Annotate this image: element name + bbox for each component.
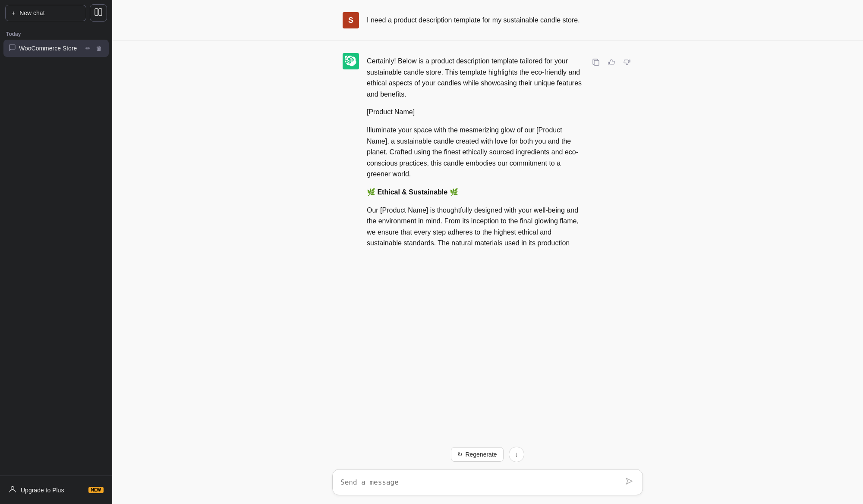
main-content: S I need a product description template … (112, 0, 863, 504)
scroll-down-icon: ↓ (515, 451, 518, 458)
gpt-avatar (343, 53, 359, 69)
assistant-para-2: Illuminate your space with the mesmerizi… (367, 125, 583, 180)
sidebar-item-woocommerce[interactable]: WooCommerce Store ✏ 🗑 (3, 40, 109, 57)
user-icon (9, 485, 16, 495)
upgrade-button[interactable]: Upgrade to Plus NEW (3, 481, 109, 499)
svg-point-2 (11, 487, 14, 490)
input-area (112, 462, 863, 504)
sidebar: + New chat Today WooCommerce Store ✏ � (0, 0, 112, 504)
svg-rect-1 (99, 9, 102, 16)
svg-rect-0 (95, 9, 98, 16)
scroll-bottom-button[interactable]: ↓ (509, 447, 524, 462)
toggle-icon (94, 8, 102, 18)
assistant-message-inner: Certainly! Below is a product descriptio… (332, 53, 643, 249)
assistant-para-3: 🌿 Ethical & Sustainable 🌿 (367, 187, 583, 198)
delete-button[interactable]: 🗑 (94, 44, 104, 53)
thumbs-up-button[interactable] (606, 56, 617, 69)
new-chat-button[interactable]: + New chat (5, 5, 86, 21)
regenerate-button[interactable]: ↻ Regenerate (451, 447, 503, 462)
message-input[interactable] (340, 478, 624, 486)
assistant-message: Certainly! Below is a product descriptio… (112, 41, 863, 261)
sidebar-bottom: Upgrade to Plus NEW (0, 476, 112, 504)
assistant-message-content: Certainly! Below is a product descriptio… (367, 53, 583, 249)
today-label: Today (0, 26, 112, 40)
thumbs-down-button[interactable] (621, 56, 633, 69)
user-message: S I need a product description template … (112, 0, 863, 41)
svg-rect-3 (594, 60, 599, 66)
edit-button[interactable]: ✏ (84, 44, 92, 53)
assistant-para-4: Our [Product Name] is thoughtfully desig… (367, 205, 583, 249)
assistant-para-1: [Product Name] (367, 106, 583, 118)
send-button[interactable] (624, 476, 635, 489)
new-badge: NEW (88, 487, 104, 493)
user-message-text: I need a product description template fo… (367, 15, 633, 26)
bottom-action-row: ↻ Regenerate ↓ (441, 443, 534, 462)
new-chat-label: New chat (19, 9, 44, 16)
chat-messages: S I need a product description template … (112, 0, 863, 443)
plus-icon: + (12, 9, 15, 16)
copy-button[interactable] (590, 56, 602, 69)
user-avatar: S (343, 12, 359, 28)
history-item-actions: ✏ 🗑 (84, 44, 104, 53)
sidebar-history: WooCommerce Store ✏ 🗑 (0, 40, 112, 476)
regenerate-icon: ↻ (457, 451, 463, 458)
user-message-inner: S I need a product description template … (332, 12, 643, 28)
regenerate-label: Regenerate (465, 451, 497, 458)
input-container (332, 469, 643, 495)
user-message-content: I need a product description template fo… (367, 12, 633, 26)
upgrade-label: Upgrade to Plus (21, 487, 64, 494)
sidebar-top: + New chat (0, 0, 112, 26)
history-item-label: WooCommerce Store (19, 45, 80, 52)
message-actions (590, 53, 633, 69)
assistant-para-0: Certainly! Below is a product descriptio… (367, 56, 583, 100)
gpt-logo (343, 53, 359, 69)
chat-icon (9, 44, 16, 53)
sidebar-toggle-button[interactable] (90, 4, 107, 22)
